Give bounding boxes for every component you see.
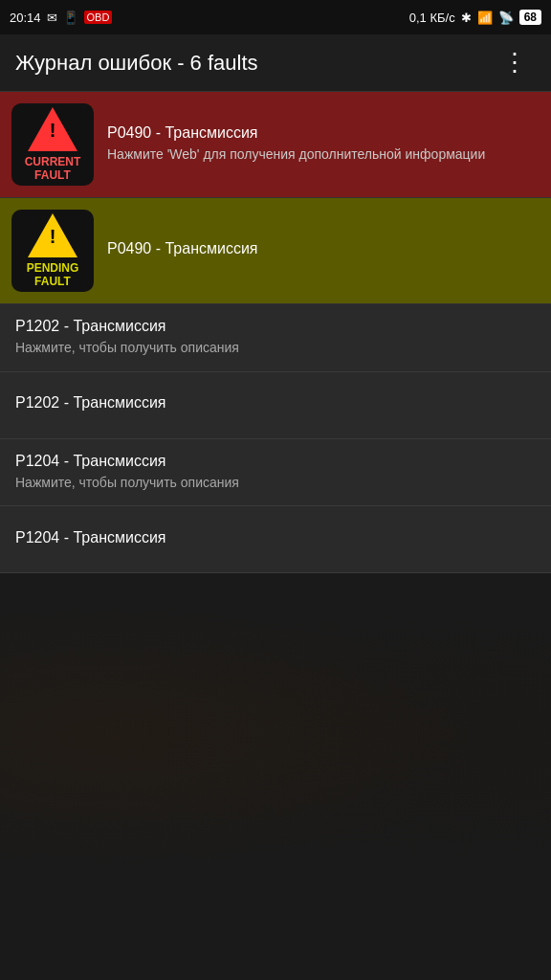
current-fault-exclamation: !: [50, 120, 56, 142]
regular-fault-0-subtitle: Нажмите, чтобы получить описания: [15, 339, 536, 358]
regular-fault-1-title: P1202 - Трансмиссия: [15, 394, 536, 412]
fault-item-regular-3[interactable]: P1204 - Трансмиссия: [0, 506, 551, 573]
signal-icon: 📶: [477, 11, 493, 25]
status-right: 0,1 КБ/с ✱ 📶 📡 68: [409, 10, 541, 25]
regular-fault-2-subtitle: Нажмите, чтобы получить описания: [15, 474, 536, 493]
pending-fault-triangle-wrapper: !: [26, 212, 79, 258]
current-fault-text: P0490 - Трансмиссия Нажмите 'Web' для по…: [107, 124, 540, 165]
pending-fault-icon-block: ! PENDINGFAULT: [11, 210, 94, 292]
current-fault-title: P0490 - Трансмиссия: [107, 124, 540, 142]
fault-item-regular-2[interactable]: P1204 - Трансмиссия Нажмите, чтобы получ…: [0, 439, 551, 507]
bluetooth-icon: ✱: [461, 11, 472, 25]
status-left: 20:14 ✉ 📱 OBD: [10, 11, 112, 25]
pending-fault-label: PENDINGFAULT: [27, 262, 79, 289]
status-time: 20:14: [10, 11, 41, 25]
overflow-menu-button[interactable]: ⋮: [495, 44, 536, 81]
fault-item-regular-0[interactable]: P1202 - Трансмиссия Нажмите, чтобы получ…: [0, 304, 551, 372]
fault-item-regular-1[interactable]: P1202 - Трансмиссия: [0, 372, 551, 439]
regular-fault-2-title: P1204 - Трансмиссия: [15, 453, 536, 470]
battery-level: 68: [519, 10, 541, 25]
data-speed: 0,1 КБ/с: [409, 11, 455, 25]
current-fault-label: CURRENTFAULT: [25, 156, 81, 183]
page-title: Журнал ошибок - 6 faults: [15, 51, 258, 76]
wifi-icon: 📡: [498, 11, 514, 25]
email-icon: ✉: [47, 11, 57, 25]
current-fault-icon-block: ! CURRENTFAULT: [11, 103, 94, 186]
fault-item-current[interactable]: ! CURRENTFAULT P0490 - Трансмиссия Нажми…: [0, 92, 551, 198]
regular-fault-3-title: P1204 - Трансмиссия: [15, 529, 536, 546]
whatsapp-icon: 📱: [63, 11, 78, 25]
status-bar: 20:14 ✉ 📱 OBD 0,1 КБ/с ✱ 📶 📡 68: [0, 0, 551, 34]
pending-fault-text: P0490 - Трансмиссия: [107, 240, 540, 261]
regular-fault-0-title: P1202 - Трансмиссия: [15, 318, 536, 335]
bottom-area: [0, 573, 551, 899]
app-bar: Журнал ошибок - 6 faults ⋮: [0, 34, 551, 92]
pending-fault-exclamation: !: [50, 226, 56, 248]
fault-item-pending[interactable]: ! PENDINGFAULT P0490 - Трансмиссия: [0, 198, 551, 304]
fault-list: ! CURRENTFAULT P0490 - Трансмиссия Нажми…: [0, 92, 551, 573]
obd-icon: OBD: [84, 11, 113, 24]
pending-fault-title: P0490 - Трансмиссия: [107, 240, 540, 257]
current-fault-subtitle: Нажмите 'Web' для получения дополнительн…: [107, 145, 540, 165]
current-fault-triangle-wrapper: !: [26, 106, 79, 152]
